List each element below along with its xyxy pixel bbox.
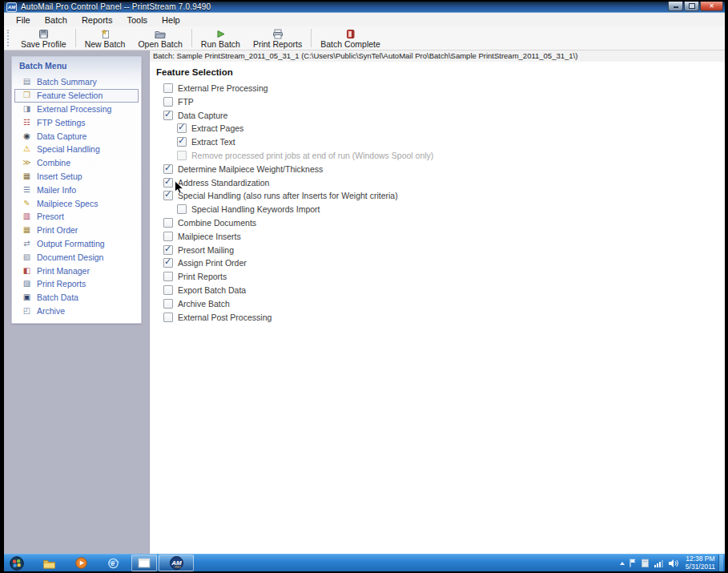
feature-row-external-post-processing: External Post Processing bbox=[163, 313, 717, 322]
checkbox-special-handling-keywords-import[interactable] bbox=[177, 204, 187, 214]
menu-item-tools[interactable]: Tools bbox=[119, 14, 155, 26]
menu-item-file[interactable]: File bbox=[9, 14, 38, 26]
sidebar-item-label: Batch Data bbox=[37, 293, 78, 302]
open-batch-icon bbox=[155, 29, 166, 39]
tray-window-icon[interactable] bbox=[641, 558, 650, 568]
sidebar-item-data-capture[interactable]: ◉Data Capture bbox=[14, 129, 139, 143]
clock-date: 5/31/2011 bbox=[686, 563, 715, 571]
checkbox-address-standardization[interactable] bbox=[163, 178, 173, 188]
taskbar-clock[interactable]: 12:38 PM 5/31/2011 bbox=[686, 555, 715, 571]
network-signal-icon[interactable] bbox=[654, 559, 664, 568]
batch-menu-header: Batch Menu bbox=[12, 57, 141, 75]
checkbox-label: Combine Documents bbox=[178, 218, 256, 228]
explorer-taskbar-button[interactable] bbox=[38, 555, 59, 571]
batch-complete-button[interactable]: Batch Complete bbox=[314, 26, 387, 50]
menu-item-help[interactable]: Help bbox=[155, 14, 187, 26]
checkbox-label: Presort Mailing bbox=[178, 245, 234, 255]
archive-icon: ◰ bbox=[22, 306, 32, 316]
checkbox-extract-text[interactable] bbox=[177, 137, 187, 147]
show-hidden-icons-button[interactable] bbox=[620, 562, 625, 565]
sidebar-item-archive[interactable]: ◰Archive bbox=[14, 305, 139, 318]
menu-item-reports[interactable]: Reports bbox=[74, 14, 120, 26]
open-batch-button[interactable]: Open Batch bbox=[131, 26, 188, 50]
checkbox-extract-pages[interactable] bbox=[177, 123, 187, 133]
sidebar-item-label: Print Manager bbox=[37, 266, 90, 276]
show-desktop-button[interactable] bbox=[718, 555, 723, 571]
automail-taskbar-button-active[interactable]: AM PRO bbox=[159, 555, 194, 571]
feature-row-extract-pages: Extract Pages bbox=[177, 123, 717, 133]
sidebar-item-special-handling[interactable]: ⚠Special Handling bbox=[14, 143, 139, 156]
checkbox-data-capture[interactable] bbox=[163, 111, 173, 120]
sidebar-item-label: Special Handling bbox=[37, 144, 100, 154]
internet-explorer-taskbar-button[interactable]: e bbox=[103, 555, 123, 571]
checkbox-external-pre-processing[interactable] bbox=[163, 83, 173, 93]
checkbox-assign-print-order[interactable] bbox=[163, 258, 173, 268]
sidebar-item-batch-summary[interactable]: ▤Batch Summary bbox=[14, 75, 139, 89]
sidebar-item-feature-selection[interactable]: ❐Feature Selection bbox=[14, 89, 139, 103]
document-design-icon: ▧ bbox=[22, 252, 32, 262]
sidebar-item-label: Combine bbox=[37, 158, 70, 167]
presort-icon: ▥ bbox=[22, 212, 32, 221]
start-button[interactable] bbox=[6, 555, 27, 571]
sidebar-item-document-design[interactable]: ▧Document Design bbox=[14, 250, 139, 264]
checkbox-export-batch-data[interactable] bbox=[163, 285, 173, 295]
checkbox-archive-batch[interactable] bbox=[163, 299, 173, 309]
ftp-settings-icon: ☷ bbox=[22, 118, 32, 127]
checkbox-label: Archive Batch bbox=[178, 299, 230, 309]
sidebar-item-ftp-settings[interactable]: ☷FTP Settings bbox=[14, 115, 139, 129]
maximize-button[interactable] bbox=[684, 2, 699, 11]
checkbox-label: FTP bbox=[178, 97, 194, 107]
checkbox-external-post-processing[interactable] bbox=[163, 313, 173, 322]
print-reports-button[interactable]: Print Reports bbox=[247, 26, 308, 50]
sidebar-item-label: External Processing bbox=[37, 104, 111, 114]
window-taskbar-button-active[interactable] bbox=[131, 555, 157, 571]
close-icon: ✕ bbox=[709, 2, 714, 10]
sidebar-item-output-formatting[interactable]: ⇄Output Formatting bbox=[14, 237, 139, 251]
data-capture-icon: ◉ bbox=[22, 131, 32, 141]
volume-icon[interactable] bbox=[668, 559, 679, 568]
sidebar-item-print-order[interactable]: ▦Print Order bbox=[14, 224, 139, 237]
sidebar-item-print-manager[interactable]: ◧Print Manager bbox=[14, 264, 139, 277]
media-player-taskbar-button[interactable] bbox=[70, 555, 91, 571]
checkbox-print-reports[interactable] bbox=[163, 272, 173, 281]
feature-row-special-handling-keywords-import: Special Handling Keywords Import bbox=[177, 204, 717, 214]
checkbox-special-handling-also-runs-after-inserts[interactable] bbox=[163, 191, 173, 200]
checkbox-label: Special Handling Keywords Import bbox=[191, 204, 320, 214]
sidebar-item-insert-setup[interactable]: ▦Insert Setup bbox=[14, 170, 139, 184]
checkbox-mailpiece-inserts[interactable] bbox=[163, 232, 173, 241]
batch-data-icon: ▣ bbox=[22, 293, 32, 302]
sidebar-item-label: Presort bbox=[37, 212, 64, 221]
new-batch-button[interactable]: New Batch bbox=[78, 26, 132, 50]
mailer-info-icon: ☰ bbox=[22, 185, 32, 195]
sidebar: Batch Menu ▤Batch Summary❐Feature Select… bbox=[4, 50, 149, 554]
checkbox-presort-mailing[interactable] bbox=[163, 245, 173, 255]
sidebar-item-external-processing[interactable]: ◨External Processing bbox=[14, 103, 139, 116]
action-center-flag-icon[interactable] bbox=[629, 558, 637, 568]
feature-row-extract-text: Extract Text bbox=[177, 137, 717, 147]
system-tray bbox=[620, 558, 679, 568]
menu-item-batch[interactable]: Batch bbox=[38, 14, 74, 26]
checkbox-label: Address Standardization bbox=[178, 178, 269, 188]
windows-orb-icon bbox=[10, 556, 24, 571]
close-button[interactable]: ✕ bbox=[700, 2, 723, 11]
checkbox-ftp[interactable] bbox=[163, 97, 173, 107]
sidebar-item-label: Batch Summary bbox=[37, 77, 97, 87]
checkbox-combine-documents[interactable] bbox=[163, 218, 173, 228]
sidebar-item-presort[interactable]: ▥Presort bbox=[14, 210, 139, 224]
output-formatting-icon: ⇄ bbox=[22, 239, 32, 248]
sidebar-item-mailer-info[interactable]: ☰Mailer Info bbox=[14, 183, 139, 196]
content-region: Batch: Sample PrintStream_2011_05_31_1 (… bbox=[149, 50, 725, 554]
save-profile-button[interactable]: Save Profile bbox=[14, 26, 73, 50]
run-batch-button[interactable]: Run Batch bbox=[195, 26, 247, 50]
sidebar-item-combine[interactable]: ≫Combine bbox=[14, 156, 139, 170]
automail-pro-icon: AM PRO bbox=[170, 556, 183, 570]
minimize-button[interactable] bbox=[668, 2, 683, 11]
sidebar-item-batch-data[interactable]: ▣Batch Data bbox=[14, 291, 139, 305]
sidebar-item-mailpiece-specs[interactable]: ✎Mailpiece Specs bbox=[14, 196, 139, 210]
toolbar-button-label: Run Batch bbox=[201, 39, 240, 49]
page-title: Feature Selection bbox=[156, 67, 717, 77]
sidebar-item-print-reports[interactable]: ▨Print Reports bbox=[14, 277, 139, 291]
taskbar: e AM PRO bbox=[4, 554, 725, 571]
checkbox-determine-mailpiece-weight-thickness[interactable] bbox=[163, 164, 173, 174]
sidebar-item-label: Archive bbox=[37, 306, 65, 316]
